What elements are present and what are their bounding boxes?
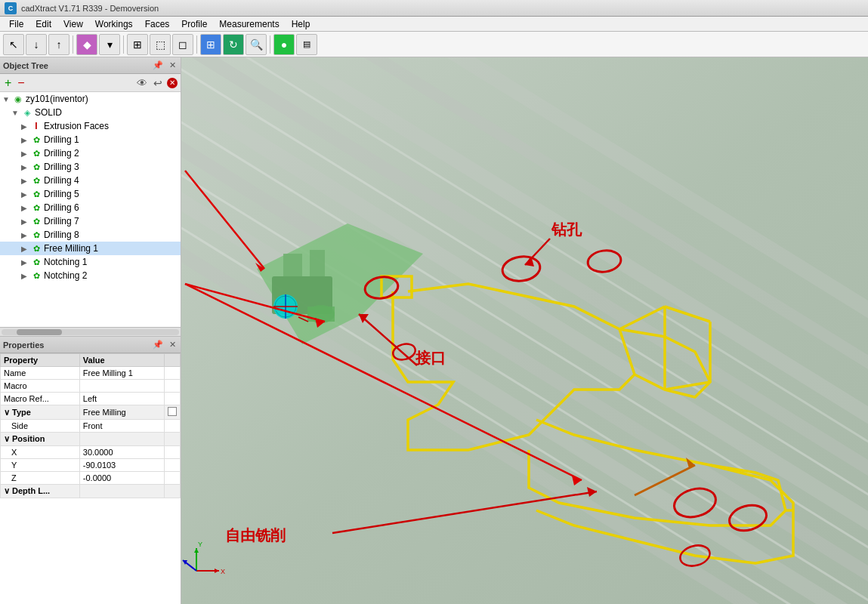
prop-type-check [165,405,181,420]
tree-item-drilling7[interactable]: ▶ ✿ Drilling 7 [0,214,181,228]
expand-n2[interactable]: ▶ [20,272,29,280]
expand-d6[interactable]: ▶ [20,204,29,212]
tree-item-extrusion[interactable]: ▶ I Extrusion Faces [0,119,181,133]
solid-icon: ◈ [21,106,33,119]
tree-label-d4: Drilling 4 [44,175,79,186]
tree-label-fm1: Free Milling 1 [44,243,98,254]
viewport[interactable]: 钻孔 接口 自由铣削 [181,57,868,604]
menu-faces[interactable]: Faces [139,17,176,31]
tree-remove-btn[interactable]: − [16,76,26,90]
tree-item-drilling5[interactable]: ▶ ✿ Drilling 5 [0,187,181,201]
expand-solid[interactable]: ▼ [11,109,20,117]
prop-row-macroref: Macro Ref... Left [1,393,181,405]
pin-icon[interactable]: 📌 [151,60,165,70]
menu-view[interactable]: View [57,17,89,31]
tree-item-root[interactable]: ▼ ◉ zy101(inventor) [0,92,181,106]
drilling4-icon: ✿ [30,174,42,186]
svg-rect-17 [283,254,302,276]
properties-header-icons: 📌 ✕ [151,340,178,350]
rotate-btn[interactable]: ↻ [223,34,244,55]
tree-item-notching1[interactable]: ▶ ✿ Notching 1 [0,255,181,269]
shape-btn[interactable]: ◆ [76,34,97,55]
properties-title: Properties [3,341,44,350]
prop-close-icon[interactable]: ✕ [168,340,178,350]
tree-item-solid[interactable]: ▼ ◈ SOLID [0,106,181,119]
tree-item-drilling6[interactable]: ▶ ✿ Drilling 6 [0,201,181,214]
move-up-btn[interactable]: ↑ [48,34,70,55]
svg-rect-20 [307,307,335,322]
tree-item-drilling1[interactable]: ▶ ✿ Drilling 1 [0,133,181,146]
expand-d2[interactable]: ▶ [20,149,29,158]
expand-n1[interactable]: ▶ [20,258,29,267]
tree-eye-btn[interactable]: 👁 [135,77,149,89]
prop-col-property: Property [1,354,80,367]
scroll-track[interactable] [2,329,179,335]
tree-scrollbar[interactable] [0,327,181,336]
drilling8-icon: ✿ [30,229,42,241]
prop-row-z: Z -0.0000 [1,472,181,485]
tree-item-drilling2[interactable]: ▶ ✿ Drilling 2 [0,146,181,160]
menu-help[interactable]: Help [286,17,317,31]
expand-d4[interactable]: ▶ [20,177,29,185]
properties-header: Properties 📌 ✕ [0,337,181,353]
pointer-tool-btn[interactable]: ↖ [3,34,24,55]
select-rect-btn[interactable]: ⬚ [150,34,171,55]
prop-name-value: Free Milling 1 [79,367,164,380]
tree-label-root: zy101(inventor) [26,94,88,104]
snap-btn[interactable]: ⊞ [200,34,221,55]
prop-macro-extra [165,380,181,393]
expand-d1[interactable]: ▶ [20,136,29,144]
prop-depth-label: ∨Depth L... [1,485,80,498]
expand-fm1[interactable]: ▶ [20,245,29,253]
svg-text:Y: Y [198,541,202,548]
prop-position-extra [165,433,181,446]
object-tree-panel: Object Tree 📌 ✕ + − 👁 ↩ ✕ ▼ ◉ zy10 [0,57,181,337]
tree-label-n2: Notching 2 [44,270,87,281]
prop-y-extra [165,459,181,472]
tree-add-btn[interactable]: + [3,76,13,90]
tree-item-drilling4[interactable]: ▶ ✿ Drilling 4 [0,174,181,187]
expand-extrusion[interactable]: ▶ [20,122,29,131]
tree-label-d7: Drilling 7 [44,216,79,226]
viewport-svg: 钻孔 接口 自由铣削 [181,57,868,604]
prop-y-value: -90.0103 [79,459,164,472]
tree-item-notching2[interactable]: ▶ ✿ Notching 2 [0,269,181,282]
expand-root[interactable]: ▼ [2,95,11,103]
menu-profile[interactable]: Profile [175,17,213,31]
drilling1-icon: ✿ [30,134,42,146]
prop-macroref-extra [165,393,181,405]
expand-d3[interactable]: ▶ [20,163,29,171]
annotation-connector-text: 接口 [415,350,446,366]
shape-dropdown-btn[interactable]: ▾ [99,34,120,55]
prop-depth-value [79,485,164,498]
svg-rect-18 [310,250,325,276]
tree-close-btn[interactable]: ✕ [167,78,178,88]
expand-d8[interactable]: ▶ [20,231,29,239]
expand-d5[interactable]: ▶ [20,190,29,199]
run-btn[interactable]: ● [273,34,295,55]
menu-edit[interactable]: Edit [29,17,57,31]
tree-item-drilling3[interactable]: ▶ ✿ Drilling 3 [0,160,181,174]
tree-label-d5: Drilling 5 [44,189,79,199]
select-all-btn[interactable]: ◻ [172,34,193,55]
move-down-btn[interactable]: ↓ [26,34,47,55]
menu-workings[interactable]: Workings [89,17,139,31]
scroll-thumb[interactable] [17,329,62,335]
annotation-drilling-text: 钻孔 [551,221,582,238]
frame-btn[interactable]: ⊞ [127,34,148,55]
tree-item-drilling8[interactable]: ▶ ✿ Drilling 8 [0,228,181,242]
drilling7-icon: ✿ [30,215,42,227]
tree-label-d2: Drilling 2 [44,148,79,159]
menu-file[interactable]: File [3,17,29,31]
titlebar: C cadXtract V1.71 R339 - Demoversion [0,0,868,17]
save-btn[interactable]: ▤ [296,34,317,55]
tree-item-freemilling1[interactable]: ▶ ✿ Free Milling 1 [0,242,181,255]
zoom-btn[interactable]: 🔍 [246,34,267,55]
tree-undo-btn[interactable]: ↩ [152,77,164,89]
menu-measurements[interactable]: Measurements [213,17,285,31]
prop-name-label: Name [1,367,80,380]
object-tree-header: Object Tree 📌 ✕ [0,57,181,74]
close-icon[interactable]: ✕ [168,60,178,70]
expand-d7[interactable]: ▶ [20,217,29,226]
prop-pin-icon[interactable]: 📌 [151,340,165,350]
